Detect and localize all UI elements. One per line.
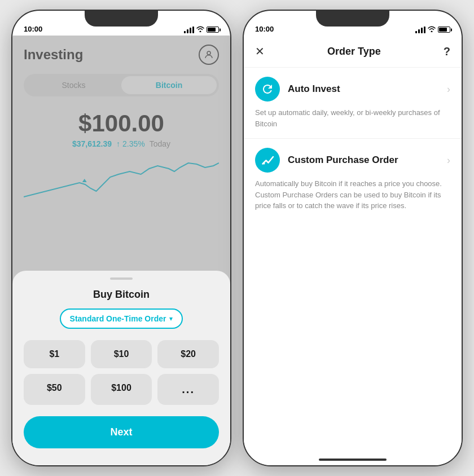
status-time-left: 10:00 bbox=[24, 25, 42, 33]
amount-btn-100[interactable]: $100 bbox=[91, 374, 152, 405]
status-icons-right bbox=[415, 26, 450, 33]
status-bar-right: 10:00 bbox=[244, 11, 462, 36]
custom-purchase-icon bbox=[255, 148, 280, 173]
order-type-screen-title: Order Type bbox=[327, 46, 381, 58]
home-indicator-right bbox=[319, 459, 387, 461]
battery-icon-right bbox=[438, 27, 450, 33]
battery-icon bbox=[207, 27, 219, 33]
custom-purchase-chevron-icon: › bbox=[447, 155, 450, 166]
auto-invest-name: Auto Invest bbox=[288, 83, 340, 95]
buy-modal: Buy Bitcoin Standard One-Time Order ▾ $1… bbox=[12, 271, 230, 465]
right-phone: 10:00 ✕ bbox=[243, 10, 463, 466]
investing-screen: Investing Stocks Bitcoin $100.00 $37,612… bbox=[12, 36, 230, 465]
auto-invest-chevron-icon: › bbox=[447, 83, 450, 95]
status-icons-left bbox=[184, 26, 219, 33]
amount-btn-10[interactable]: $10 bbox=[91, 340, 152, 368]
order-type-header: ✕ Order Type ? bbox=[244, 36, 462, 68]
custom-purchase-name: Custom Purchase Order bbox=[288, 155, 398, 166]
left-phone: 10:00 Investing bbox=[11, 10, 231, 466]
order-type-label: Standard One-Time Order bbox=[70, 314, 166, 323]
custom-purchase-option[interactable]: Custom Purchase Order › Automatically bu… bbox=[244, 139, 462, 221]
signal-icon bbox=[184, 27, 194, 33]
chevron-down-icon: ▾ bbox=[169, 315, 173, 323]
wifi-icon-right bbox=[428, 26, 436, 33]
custom-purchase-header: Custom Purchase Order › bbox=[255, 148, 450, 173]
amount-btn-50[interactable]: $50 bbox=[24, 374, 85, 405]
order-type-screen: ✕ Order Type ? Auto Invest › bbox=[244, 36, 462, 465]
auto-invest-left: Auto Invest bbox=[255, 77, 340, 102]
auto-invest-header: Auto Invest › bbox=[255, 77, 450, 102]
next-button[interactable]: Next bbox=[24, 416, 219, 448]
svg-point-2 bbox=[264, 163, 265, 165]
auto-invest-option[interactable]: Auto Invest › Set up automatic daily, we… bbox=[244, 68, 462, 138]
auto-invest-description: Set up automatic daily, weekly, or bi-we… bbox=[255, 107, 450, 129]
order-type-selector[interactable]: Standard One-Time Order ▾ bbox=[60, 308, 183, 329]
amount-btn-more[interactable]: ... bbox=[157, 374, 219, 405]
help-button[interactable]: ? bbox=[444, 45, 450, 58]
amount-btn-1[interactable]: $1 bbox=[24, 340, 85, 368]
modal-title: Buy Bitcoin bbox=[24, 289, 219, 301]
close-button[interactable]: ✕ bbox=[255, 45, 265, 58]
amount-grid: $1 $10 $20 $50 $100 ... bbox=[24, 340, 219, 405]
status-time-right: 10:00 bbox=[255, 25, 274, 33]
signal-icon-right bbox=[415, 27, 425, 33]
custom-purchase-description: Automatically buy Bitcoin if it reaches … bbox=[255, 178, 450, 211]
custom-purchase-left: Custom Purchase Order bbox=[255, 148, 398, 173]
wifi-icon bbox=[196, 26, 204, 33]
modal-handle bbox=[110, 277, 133, 280]
amount-btn-20[interactable]: $20 bbox=[157, 340, 219, 368]
auto-invest-icon bbox=[255, 77, 280, 102]
status-bar-left: 10:00 bbox=[12, 11, 230, 36]
